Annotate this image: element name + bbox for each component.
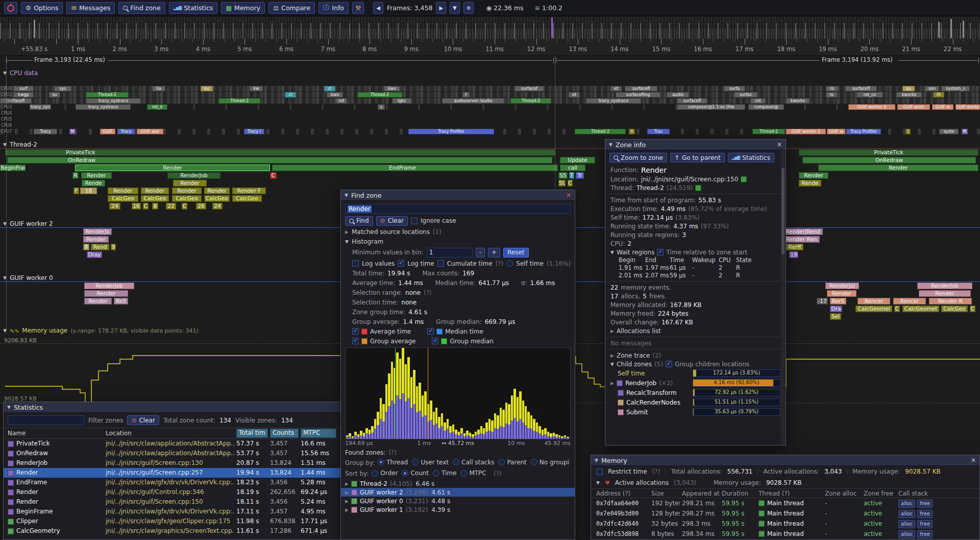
timeline-zone[interactable]: system_s [941, 86, 970, 91]
timeline-zone[interactable]: lia [152, 86, 165, 91]
timeline-zone[interactable]: su [49, 92, 60, 98]
timeline-zone[interactable]: surfac [734, 92, 757, 98]
timeline-zone[interactable]: PrivateTick [799, 149, 978, 156]
self-time-checkbox[interactable] [506, 260, 513, 267]
timeline-zone[interactable]: C [970, 306, 975, 312]
timeline-zone[interactable]: GUIF w [932, 104, 953, 110]
column-header-thread[interactable]: Thread (?) [758, 489, 823, 498]
timeline-zone[interactable]: s [378, 104, 385, 110]
timeline-zone[interactable]: C [143, 203, 149, 209]
clear-button[interactable]: ⊘Clear [376, 216, 408, 226]
goto-frame-button[interactable]: ⊕ [463, 2, 474, 14]
timeline-zone[interactable]: Render [75, 165, 270, 171]
legend-checkbox[interactable] [432, 338, 438, 344]
timeline-zone[interactable]: Render [83, 236, 109, 243]
statistics-button[interactable]: ▂▅▇Statistics [169, 2, 218, 14]
prev-frame-button[interactable]: ◀ [373, 2, 383, 14]
address-cell[interactable]: 0x7e049b3d00 [596, 508, 649, 519]
timeline-zone[interactable]: tracy_systrace [76, 104, 131, 110]
frame-overview-strip[interactable] [0, 16, 980, 39]
compare-button[interactable]: ⚖Compare [268, 2, 315, 14]
group-children-checkbox[interactable] [666, 361, 672, 367]
timeline-zone[interactable]: 8 [152, 203, 158, 209]
timeline-zone[interactable]: Render [141, 187, 169, 194]
info-button[interactable]: ⓘInfo [318, 2, 349, 14]
timeline-zone[interactable]: RenderJob [167, 172, 220, 179]
child-zone-row[interactable]: CalcRenderNodes51.51 μs (1.15%) [605, 397, 786, 407]
timeline-zone[interactable]: surf [13, 86, 34, 91]
sort-by-count[interactable]: Count [402, 469, 429, 477]
timeline-zone[interactable]: 9 [111, 244, 116, 250]
timeline-zone[interactable]: tracy_syn [30, 104, 51, 110]
timeline-zone[interactable]: RenderJob [84, 283, 134, 289]
window-titlebar[interactable]: ▼ Find zone ✕ [341, 190, 575, 201]
timeline-zone[interactable]: S5 [558, 172, 568, 179]
find-button[interactable]: Find [345, 216, 373, 226]
timeline-zone[interactable]: cl [324, 86, 335, 91]
shutdown-button[interactable] [4, 2, 17, 14]
timeline-zone[interactable]: CalcGeo [108, 195, 138, 202]
zone-group-row[interactable]: ▶GUIF worker 0(3,231)4.48 s [341, 497, 575, 505]
timeline-zone[interactable]: ro [826, 92, 837, 98]
timeline-zone[interactable]: tracy_systrace [586, 98, 641, 104]
close-icon[interactable]: ✕ [971, 457, 976, 464]
clear-filter-button[interactable]: ⊘Clear [127, 415, 159, 425]
timeline-zone[interactable]: nd [336, 98, 347, 104]
timeline-zone[interactable]: Render [172, 187, 202, 194]
timeline-zone[interactable]: Tracy [117, 129, 135, 134]
timeline-zone[interactable]: et [610, 86, 622, 91]
timeline-zone[interactable]: Render [919, 290, 971, 297]
timeline-zone[interactable]: GUIF worker 2 [786, 129, 826, 134]
timeline-zone[interactable]: GUIF [100, 129, 115, 134]
log-values-checkbox[interactable] [352, 260, 359, 267]
statistics-button[interactable]: ▂▅▇Statistics [728, 153, 774, 162]
timeline-zone[interactable]: OnRedraw [802, 157, 976, 163]
allocation-row[interactable]: 0x7e049b3d00128 bytes298.27 ms59.95 sMai… [591, 508, 979, 519]
timeline-zone[interactable]: OnRedraw [7, 157, 552, 163]
group-by-user-text[interactable]: User text [412, 459, 449, 466]
child-zone-row[interactable]: ▶RenderJob(×2)4.16 ms (92.60%) [605, 378, 786, 388]
timeline-zone[interactable]: Thread-2 [357, 92, 402, 98]
timeline-zone[interactable]: Render [827, 290, 856, 297]
free-callstack-button[interactable]: free [917, 510, 933, 518]
tools-button[interactable]: ⚒ [352, 2, 364, 14]
address-cell[interactable]: 0x7dfc53d898 [596, 529, 649, 539]
timeline-zone[interactable]: CalcGeo [204, 195, 230, 202]
frame-marker-row[interactable]: Frame 3,193 (22.45 ms) Frame 3,194 (13.9… [0, 55, 980, 66]
timeline-zone[interactable]: GUIF worker 0 [848, 104, 895, 110]
timeline-zone[interactable]: T [569, 172, 574, 179]
timeline-zone[interactable]: Rende [82, 180, 105, 186]
allocation-row[interactable]: 0x7dfaa64e00192 bytes298.21 ms59.95 sMai… [591, 498, 979, 508]
collapse-icon[interactable]: ▼ [595, 458, 598, 463]
timeline-zone[interactable]: Thread-2 [218, 98, 260, 104]
timeline-zone[interactable]: surfacefl [845, 86, 877, 91]
timeline-zone[interactable]: Render F [232, 187, 266, 194]
timeline-zone[interactable]: composer@ [748, 104, 784, 110]
free-callstack-button[interactable]: free [917, 500, 933, 508]
timeline-zone[interactable]: BeginFrame [0, 165, 26, 171]
group-by-no-groupi[interactable]: No groupi [531, 459, 569, 466]
cpu-data-header[interactable]: ▼ CPU data [0, 68, 980, 77]
group-by-parent[interactable]: Parent [498, 459, 526, 466]
timeline-zone[interactable]: PrivateTick [5, 149, 555, 156]
legend-checkbox[interactable] [427, 328, 434, 335]
timeline-zone[interactable]: Render [81, 172, 112, 179]
timeline-zone[interactable]: sys [54, 86, 71, 91]
zone-group-row[interactable]: ▶Thread-2(4,105)6.46 s [341, 479, 575, 488]
timeline-zone[interactable]: kworke [896, 92, 922, 98]
alloc-callstack-button[interactable]: alloc [898, 500, 915, 508]
timeline-zone[interactable]: 18 [80, 187, 97, 194]
timeline-zone[interactable]: R [72, 172, 79, 179]
column-header-appeared[interactable]: Appeared at [682, 489, 720, 498]
timeline-zone[interactable]: surfacefl [677, 98, 707, 104]
column-header-counts[interactable]: Counts [270, 429, 299, 438]
timeline-zone[interactable]: f [462, 92, 470, 98]
timeline-zone[interactable]: lgks [392, 98, 411, 104]
timeline-zone[interactable]: Dra [830, 306, 842, 312]
column-header-zone-alloc[interactable]: Zone alloc [825, 489, 862, 498]
timeline-zone[interactable]: Render [204, 187, 230, 194]
allocation-row[interactable]: 0x7dfc42d64032 bytes298.3 ms59.95 sMain … [591, 519, 979, 529]
timeline-zone[interactable]: kwo [384, 86, 400, 91]
next-frame-button[interactable]: ▶ [436, 2, 446, 14]
timeline-zone[interactable]: GUIF w [827, 129, 845, 134]
